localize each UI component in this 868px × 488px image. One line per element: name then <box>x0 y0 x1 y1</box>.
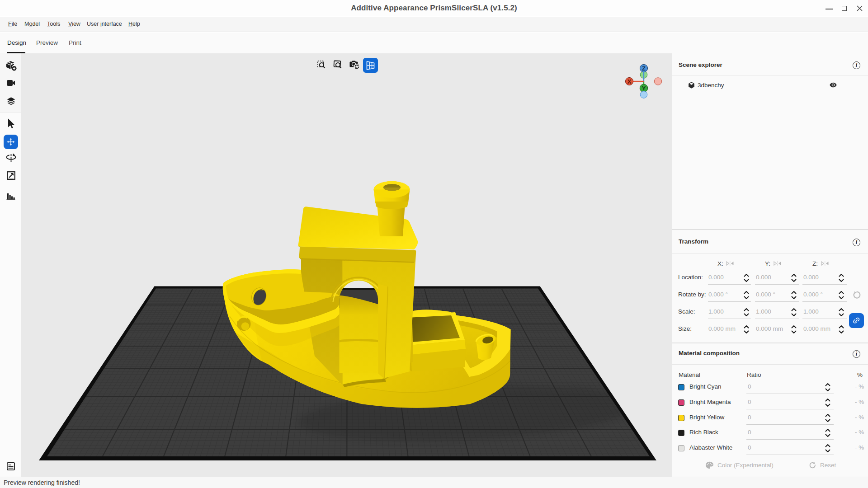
svg-text:Z: Z <box>642 65 646 72</box>
svg-text:Y: Y <box>642 85 646 92</box>
svg-text:X: X <box>627 78 632 85</box>
